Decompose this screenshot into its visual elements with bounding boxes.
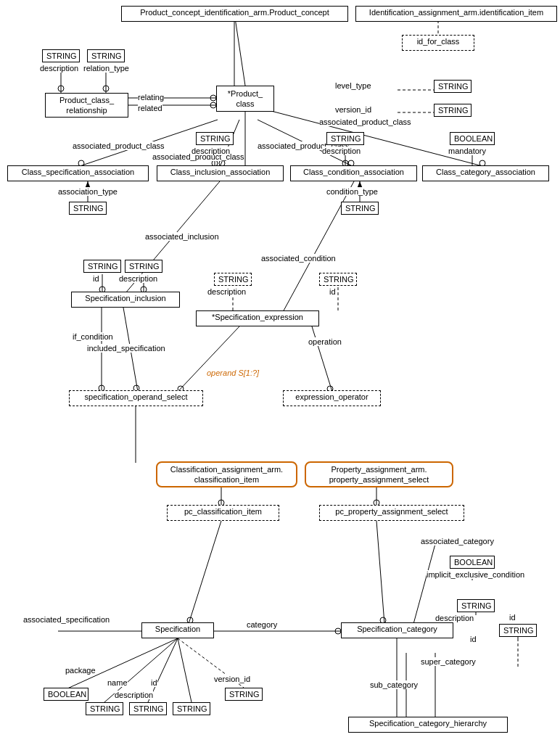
identification-assignment-label: Identification_assignment_arm.identifica… [369,8,543,17]
svg-point-10 [210,102,216,108]
relating-label: relating [138,93,164,102]
boolean-pkg-box: BOOLEAN [44,688,88,701]
version-id-label-2: version_id [214,675,250,683]
string-2-box: STRING [87,49,125,62]
string-incl-desc-box: STRING [125,260,162,273]
string-pkg3-box: STRING [173,702,210,715]
description-label-6: description [115,691,153,699]
pc-class-item-box: pc_classification_item [167,505,279,521]
svg-line-57 [413,544,435,624]
id-for-class-box: id_for_class [402,35,474,51]
svg-line-65 [178,638,192,702]
associated-inclusion-label: associated_inclusion [145,232,219,241]
category-label: category [247,620,277,629]
included-spec-label: included_specification [87,344,165,353]
spec-cat-hierarchy-box: Specification_category_hierarchy [348,717,508,733]
string-version-box: STRING [434,104,472,117]
condition-type-label: condition_type [326,187,378,196]
string-1-box: STRING [42,49,80,62]
svg-point-9 [210,95,216,101]
spec-category-box: Specification_category [341,622,453,638]
svg-point-4 [58,86,64,91]
class-spec-assoc-box: Class_specification_association [7,165,149,181]
boolean-mandatory-box: BOOLEAN [450,132,495,145]
id-label-2: id [329,287,336,296]
package-label: package [65,666,96,675]
string-cond-type-box: STRING [341,202,379,215]
operation-label: operation [308,337,342,346]
string-pkg1-box: STRING [86,702,123,715]
string-desc2-box: STRING [196,132,234,145]
class-incl-assoc-box: Class_inclusion_association [157,165,284,181]
svg-line-46 [312,326,332,392]
id-cat-label: id [509,613,516,622]
specification-box: Specification [141,622,214,638]
associated-category-label: associated_category [421,537,494,546]
svg-line-32 [283,181,354,312]
version-id-label: version_id [335,105,371,114]
svg-point-61 [335,628,341,634]
svg-line-53 [189,521,221,624]
product-class-relationship-box: Product_class_relationship [45,93,128,118]
description-label-5: description [207,287,246,296]
name-label: name [107,678,128,687]
string-incl-id-box: STRING [83,260,121,273]
string-expr-desc-box: STRING [214,273,252,286]
string-desc3-box: STRING [326,132,364,145]
svg-point-6 [103,86,109,91]
svg-line-1 [234,13,245,86]
level-type-label: level_type [335,81,371,90]
string-desc-cat-box: STRING [457,599,495,612]
spec-expression-box: *Specification_expression [196,310,319,326]
string-id-cat-box: STRING [499,624,537,637]
description-label-2: description [192,147,230,155]
associated-spec-label: associated_specification [23,615,110,624]
id-label-1: id [93,274,99,283]
prop-assign-arm-box: Property_assignment_arm.property_assignm… [305,461,453,487]
description-label-1: description [40,64,78,73]
if-condition-label: if_condition [73,332,113,341]
id-label-3: id [151,678,157,687]
mandatory-label: mandatory [448,147,486,155]
apc-label-1: associated_product_class [73,141,165,150]
spec-inclusion-box: Specification_inclusion [71,292,180,308]
operand-label: operand S[1:?] [207,369,259,377]
association-type-label: association_type [58,187,118,196]
string-level-box: STRING [434,80,472,93]
super-category-label: super_category [421,657,476,666]
id-for-class-label: id_for_class [417,37,460,46]
string-verid-box: STRING [225,688,263,701]
product-class-box: *Product_class [216,86,274,112]
boolean-implicit-box: BOOLEAN [450,556,495,569]
identification-assignment-box: Identification_assignment_arm.identifica… [355,6,557,22]
product-concept-box: Product_concept_identification_arm.Produ… [121,6,348,22]
related-label: related [138,104,162,112]
pc-prop-assign-box: pc_property_assignment_select [319,505,464,521]
description-label-4: description [119,274,157,283]
class-cat-assoc-box: Class_category_association [422,165,549,181]
svg-line-44 [178,326,239,392]
svg-line-55 [376,521,384,624]
expression-operator-box: expression_operator [283,390,381,406]
sub-category-label: sub_category [370,680,418,689]
implicit-exclusive-label: implicit_exclusive_condition [427,570,524,579]
string-expr-id-box: STRING [319,273,357,286]
associated-condition-label: associated_condition [261,254,336,263]
diagram-container: Product_concept_identification_arm.Produ… [0,0,560,745]
relation-type-label: relation_type [83,64,129,73]
spec-operand-select-box: specification_operand_select [69,390,203,406]
description-label-3: description [322,147,361,155]
description-cat-label: description [435,614,474,622]
id-spec-cat-label: id [470,635,477,643]
apc-label-4: associated_product_class [319,118,411,126]
class-cond-assoc-box: Class_condition_association [290,165,417,181]
string-assoc-type-box: STRING [69,202,107,215]
string-pkg2-box: STRING [129,702,167,715]
class-assign-arm-box: Classification_assignment_arm.classifica… [156,461,297,487]
product-concept-label: Product_concept_identification_arm.Produ… [140,8,329,17]
